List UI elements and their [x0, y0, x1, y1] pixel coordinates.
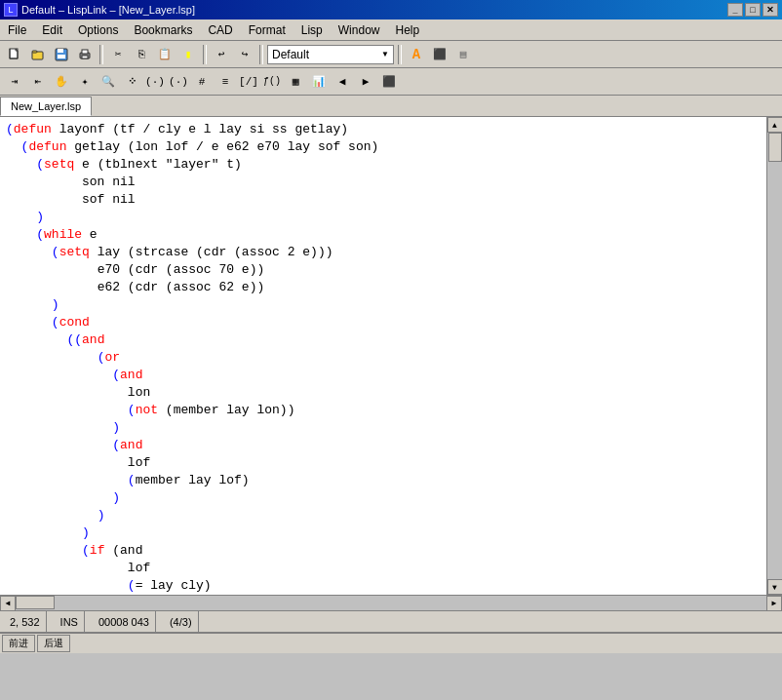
prev-btn[interactable]: ◀: [332, 71, 353, 93]
new-button[interactable]: [4, 44, 25, 65]
close-button[interactable]: ✕: [762, 3, 778, 17]
menu-help[interactable]: Help: [387, 19, 427, 40]
scroll-down-arrow[interactable]: ▼: [767, 579, 783, 595]
colon-btn[interactable]: ⁘: [121, 71, 142, 93]
code-line-26: lof: [6, 560, 761, 577]
taskbar-btn-2[interactable]: 后退: [37, 635, 70, 652]
bracket-btn[interactable]: [/]: [238, 71, 259, 93]
editor-container: (defun layonf (tf / cly e l lay si ss ge…: [0, 117, 782, 595]
menu-format[interactable]: Format: [241, 19, 293, 40]
menu-edit[interactable]: Edit: [34, 19, 70, 40]
separator-4: [398, 45, 402, 64]
code-line-12: (cond: [6, 314, 761, 331]
open-button[interactable]: [27, 44, 49, 65]
window-controls[interactable]: _ □ ✕: [727, 3, 778, 17]
toolbar-2: ⇥ ⇤ ✋ ✦ 🔍 ⁘ (·) (·) # ≡ [/] ƒ() ▦ 📊 ◀ ▶ …: [0, 68, 782, 96]
indent-btn[interactable]: ⇥: [4, 71, 25, 93]
code-line-18: ): [6, 419, 761, 437]
tab-new-layer[interactable]: New_Layer.lsp: [0, 97, 92, 116]
menu-file[interactable]: File: [0, 19, 34, 40]
paste-button[interactable]: 📋: [154, 44, 176, 65]
code-line-2: (defun getlay (lon lof / e e62 e70 lay s…: [6, 138, 761, 156]
menu-window[interactable]: Window: [331, 19, 388, 40]
paren-r-btn[interactable]: (·): [168, 71, 189, 93]
title-bar: L Default – LispLink – [New_Layer.lsp] _…: [0, 0, 782, 19]
code-line-22: ): [6, 489, 761, 507]
svg-rect-9: [82, 50, 88, 54]
print-button[interactable]: [74, 44, 96, 65]
outdent-btn[interactable]: ⇤: [27, 71, 49, 93]
h-scroll-track[interactable]: [16, 596, 766, 610]
code-line-27: (= lay cly): [6, 577, 761, 595]
vertical-scrollbar[interactable]: ▲ ▼: [766, 117, 782, 595]
taskbar-btn-1[interactable]: 前进: [2, 635, 35, 652]
scroll-up-arrow[interactable]: ▲: [767, 117, 783, 133]
code-line-7: (while e: [6, 226, 761, 244]
layer-dropdown[interactable]: Default ▼: [267, 45, 394, 64]
separator-1: [99, 45, 103, 64]
finish-btn[interactable]: ⬛: [378, 71, 400, 93]
scroll-right-arrow[interactable]: ▶: [766, 596, 782, 611]
code-line-10: e62 (cdr (assoc 62 e)): [6, 279, 761, 296]
hash-btn[interactable]: #: [191, 71, 213, 93]
code-line-3: (setq e (tblnext "layer" t): [6, 156, 761, 174]
code-line-23: ): [6, 507, 761, 525]
window-title: Default – LispLink – [New_Layer.lsp]: [21, 4, 195, 16]
taskbar: 前进 后退: [0, 632, 782, 653]
title-bar-left: L Default – LispLink – [New_Layer.lsp]: [4, 3, 195, 17]
menu-lisp[interactable]: Lisp: [293, 19, 331, 40]
cut-button[interactable]: ✂: [107, 44, 129, 65]
code-line-24: ): [6, 525, 761, 542]
icon-a[interactable]: A: [406, 44, 427, 65]
code-line-8: (setq lay (strcase (cdr (assoc 2 e))): [6, 244, 761, 261]
table-btn[interactable]: ▦: [285, 71, 306, 93]
icon-c[interactable]: ▤: [452, 44, 474, 65]
menu-bookmarks[interactable]: Bookmarks: [126, 19, 200, 40]
copy-button[interactable]: ⎘: [131, 44, 152, 65]
code-line-9: e70 (cdr (assoc 70 e)): [6, 261, 761, 279]
code-line-5: sof nil: [6, 191, 761, 209]
status-bar: 2, 532 INS 00008 043 (4/3): [0, 610, 782, 632]
menu-cad[interactable]: CAD: [200, 19, 240, 40]
redo-button[interactable]: ↪: [234, 44, 255, 65]
star-btn[interactable]: ✦: [74, 71, 96, 93]
icon-b[interactable]: ⬛: [429, 44, 450, 65]
menu-options[interactable]: Options: [70, 19, 126, 40]
scroll-left-arrow[interactable]: ◀: [0, 596, 16, 611]
minimize-button[interactable]: _: [727, 3, 743, 17]
code-editor[interactable]: (defun layonf (tf / cly e l lay si ss ge…: [0, 117, 766, 595]
code-line-25: (if (and: [6, 542, 761, 560]
separator-3: [259, 45, 263, 64]
h-scroll-thumb[interactable]: [16, 596, 55, 609]
horizontal-scrollbar[interactable]: ◀ ▶: [0, 595, 782, 610]
code-line-16: lon: [6, 384, 761, 402]
toolbar-1: ✂ ⎘ 📋 ▮ ↩ ↪ Default ▼ A ⬛ ▤: [0, 41, 782, 68]
code-line-4: son nil: [6, 174, 761, 191]
code-line-15: (and: [6, 367, 761, 384]
align-btn[interactable]: ≡: [215, 71, 236, 93]
code-line-14: (or: [6, 349, 761, 367]
code-line-13: ((and: [6, 331, 761, 349]
tab-bar: New_Layer.lsp: [0, 96, 782, 117]
svg-rect-4: [32, 51, 37, 53]
code-line-6: ): [6, 209, 761, 226]
hand-btn[interactable]: ✋: [51, 71, 72, 93]
paren-l-btn[interactable]: (·): [144, 71, 166, 93]
next-btn[interactable]: ▶: [355, 71, 376, 93]
status-code2: (4/3): [164, 611, 199, 632]
svg-rect-10: [82, 56, 88, 58]
status-insert: INS: [55, 611, 85, 632]
menu-bar: File Edit Options Bookmarks CAD Format L…: [0, 19, 782, 41]
maximize-button[interactable]: □: [745, 3, 761, 17]
scroll-thumb[interactable]: [768, 133, 782, 162]
save-button[interactable]: [51, 44, 72, 65]
highlight-button[interactable]: ▮: [177, 44, 199, 65]
fn-btn[interactable]: ƒ(): [261, 71, 283, 93]
code-line-17: (not (member lay lon)): [6, 402, 761, 419]
undo-button[interactable]: ↩: [211, 44, 232, 65]
scroll-track[interactable]: [767, 133, 782, 579]
dropdown-arrow-icon: ▼: [381, 50, 389, 58]
bar-chart-btn[interactable]: 📊: [308, 71, 330, 93]
search-btn[interactable]: 🔍: [98, 71, 119, 93]
svg-rect-6: [58, 49, 63, 53]
